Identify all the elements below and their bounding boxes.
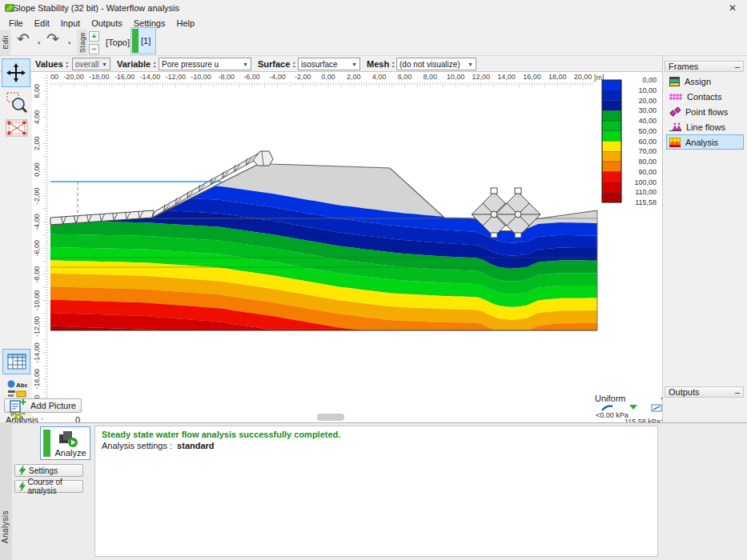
frames-panel-header: Frames– — [665, 61, 744, 72]
drawing-canvas[interactable]: -22,00-20,00-18,00-16,00-14,00-12,00-10,… — [32, 72, 662, 422]
svg-text:60,00: 60,00 — [638, 138, 657, 146]
zoom-region-button[interactable] — [4, 90, 30, 115]
svg-text:14,00: 14,00 — [497, 73, 516, 81]
stage-remove-button[interactable]: − — [89, 44, 99, 54]
frame-item-contacts[interactable]: Contacts — [667, 89, 745, 104]
analyze-label: Analyze — [52, 448, 89, 458]
menu-help[interactable]: Help — [171, 18, 200, 29]
menu-file[interactable]: File — [3, 18, 29, 29]
distribution-icon — [629, 405, 637, 410]
svg-text:-12,00: -12,00 — [165, 73, 186, 81]
variable-label: Variable : — [117, 59, 156, 69]
tab-stage-1[interactable]: [1] — [131, 27, 156, 54]
svg-text:16,00: 16,00 — [523, 73, 541, 81]
svg-text:0,00: 0,00 — [321, 73, 335, 81]
svg-text:Abc: Abc — [16, 382, 27, 389]
svg-text:10,00: 10,00 — [447, 73, 465, 81]
lightning-icon — [18, 466, 26, 475]
add-picture-button[interactable]: Add Picture — [4, 398, 82, 413]
frame-item-line-flows[interactable]: Line flows — [667, 119, 745, 134]
table-icon — [7, 354, 26, 370]
analysis-settings-value: standard — [177, 441, 214, 450]
close-button[interactable]: ✕ — [725, 1, 741, 15]
analyze-progress-bar — [43, 430, 50, 457]
edit-strip: Edit — [0, 30, 11, 55]
mode-tab-analysis[interactable]: Analysis — [1, 510, 11, 557]
svg-text:100,00: 100,00 — [634, 178, 657, 186]
undo-icon[interactable]: ↶ — [17, 31, 30, 47]
values-label: Values : — [35, 59, 69, 69]
svg-text:10,00: 10,00 — [638, 86, 657, 94]
mesh-label: Mesh : — [367, 59, 395, 69]
surface-select[interactable]: isosurface▼ — [298, 58, 360, 70]
cross-section-scene: -22,00-20,00-18,00-16,00-14,00-12,00-10,… — [32, 72, 662, 422]
zoom-fit-icon — [6, 119, 28, 137]
menu-input[interactable]: Input — [55, 18, 86, 29]
svg-text:80,00: 80,00 — [638, 158, 657, 166]
stage-add-button[interactable]: + — [89, 31, 99, 42]
svg-text:-18,00: -18,00 — [89, 73, 110, 81]
svg-text:-6,00: -6,00 — [33, 240, 41, 257]
table-view-button[interactable] — [2, 349, 30, 374]
outputs-panel-header: Outputs– — [665, 386, 744, 398]
svg-text:4,00: 4,00 — [372, 73, 387, 81]
frame-item-point-flows[interactable]: Point flows — [667, 104, 745, 119]
caret-down-icon: ▼ — [102, 62, 107, 67]
redo-icon[interactable]: ↷ — [46, 31, 59, 47]
min-curve-icon — [602, 406, 612, 410]
svg-text:0,00: 0,00 — [642, 76, 657, 84]
lightning-icon — [18, 482, 25, 491]
svg-text:2,00: 2,00 — [347, 73, 361, 81]
svg-text:-10,00: -10,00 — [33, 290, 41, 311]
svg-text:-4,00: -4,00 — [269, 73, 286, 81]
svg-text:-6,00: -6,00 — [243, 73, 260, 81]
title-bar: Slope Stability (32 bit) - Waterflow ana… — [0, 0, 747, 16]
caret-down-icon: ▼ — [351, 62, 357, 67]
svg-text:-12,00: -12,00 — [33, 317, 41, 338]
line-flows-icon — [669, 122, 681, 131]
svg-text:-4,00: -4,00 — [33, 214, 41, 230]
svg-text:-16,00: -16,00 — [33, 369, 41, 390]
assign-icon — [669, 77, 680, 86]
zoom-fit-button[interactable] — [4, 117, 30, 139]
redo-caret-icon[interactable]: ▾ — [68, 40, 71, 46]
menu-bar: File Edit Input Outputs Settings Help — [0, 16, 747, 30]
svg-text:40,00: 40,00 — [638, 117, 657, 125]
svg-text:-2,00: -2,00 — [295, 73, 311, 81]
analysis-settings-line: Analysis settings : standard — [102, 441, 215, 450]
mesh-select[interactable]: (do not visualize)▼ — [396, 58, 476, 70]
svg-text:-8,00: -8,00 — [219, 73, 235, 81]
svg-text:-8,00: -8,00 — [33, 266, 41, 283]
frame-item-assign[interactable]: Assign — [667, 74, 745, 89]
svg-text:-10,00: -10,00 — [191, 73, 211, 81]
toolbar: Edit ↶ ▾ ↷ ▾ Stage + − [Topo] — [0, 30, 747, 56]
values-select[interactable]: overall▼ — [72, 58, 110, 70]
tab-topo[interactable]: [Topo] — [106, 38, 130, 47]
surface-label: Surface : — [258, 59, 295, 69]
minimize-icon[interactable]: – — [735, 387, 740, 397]
settings-button[interactable]: Settings — [14, 464, 83, 477]
zoom-region-icon — [6, 92, 28, 114]
stage1-label: [1] — [141, 36, 151, 46]
abc-annotation-icon: Abc — [6, 379, 27, 398]
menu-edit[interactable]: Edit — [29, 18, 55, 29]
analyze-icon — [58, 430, 79, 448]
analyze-button[interactable]: Analyze — [40, 426, 90, 460]
distribution-select[interactable]: Uniform▼ — [595, 393, 665, 404]
frame-item-analysis[interactable]: Analysis — [666, 134, 744, 150]
course-of-analysis-button[interactable]: Course of analysis — [14, 480, 83, 493]
variable-select[interactable]: Pore pressure u▼ — [159, 58, 251, 70]
svg-text:20,00: 20,00 — [574, 73, 592, 81]
undo-caret-icon[interactable]: ▾ — [38, 40, 41, 46]
pan-tool-button[interactable] — [2, 58, 30, 87]
svg-text:6,00: 6,00 — [33, 84, 41, 98]
minimize-icon[interactable]: – — [735, 62, 740, 71]
add-picture-icon — [10, 398, 26, 413]
pan-icon — [6, 63, 26, 82]
menu-outputs[interactable]: Outputs — [86, 18, 128, 29]
point-flows-icon — [669, 107, 681, 117]
svg-text:18,00: 18,00 — [548, 73, 567, 81]
svg-text:110,00: 110,00 — [635, 188, 657, 196]
svg-text:-22,00: -22,00 — [38, 73, 58, 81]
svg-text:-2,00: -2,00 — [33, 187, 41, 204]
